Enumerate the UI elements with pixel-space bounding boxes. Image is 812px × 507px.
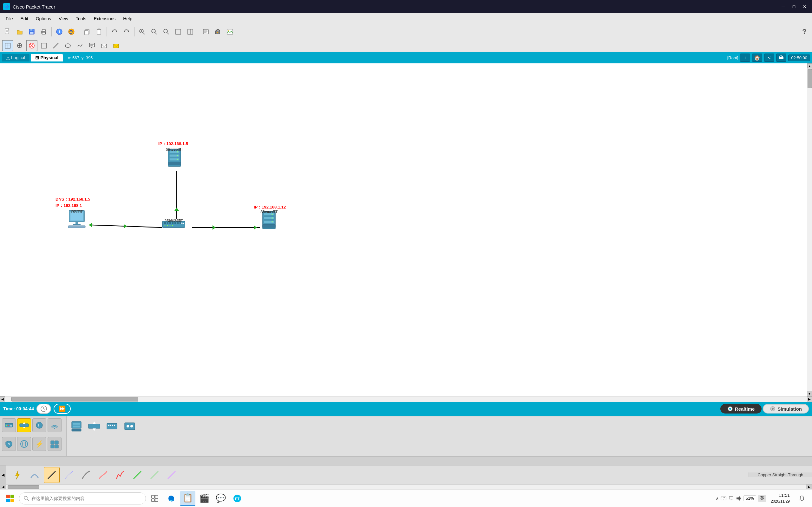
cable-automatic[interactable] [9,467,26,483]
cable-octal[interactable] [164,467,180,483]
cable-fiber[interactable] [78,467,94,483]
scroll-thumb[interactable] [808,69,812,88]
annotation-tool[interactable] [86,40,98,51]
wechat-taskbar[interactable]: 💬 [213,491,229,506]
task-view-button[interactable] [147,491,162,506]
draw-rect-button[interactable] [172,26,184,38]
pc0-device[interactable]: PC-PT PC0 [67,210,87,229]
pdu-list-button[interactable] [200,26,212,38]
draw-fit-button[interactable] [185,26,196,38]
scroll-down-arrow[interactable]: ▼ [807,391,812,396]
activity-wizard-button[interactable]: 🧙 [66,26,77,38]
menu-file[interactable]: File [3,15,16,22]
resize-tool[interactable] [38,40,49,51]
cable-hscroll[interactable]: ◀ ▶ [0,484,812,489]
delete-tool[interactable] [26,40,38,51]
nav-home-button[interactable]: 🏠 [752,54,762,62]
maximize-button[interactable]: □ [790,3,798,10]
open-button[interactable] [14,26,26,38]
mubu-taskbar[interactable]: 📋 [180,491,195,506]
cable-serial-dce[interactable] [130,467,145,483]
cat-wan[interactable] [17,437,31,451]
menu-help[interactable]: Help [120,15,136,22]
menu-options[interactable]: Options [33,15,54,22]
cisco-taskbar[interactable]: PT [230,491,245,506]
menu-view[interactable]: View [55,15,71,22]
save-button[interactable] [26,26,38,38]
simple-pdu-tool[interactable] [98,40,110,51]
device-item-1[interactable] [86,418,102,434]
taskbar-search[interactable] [19,493,146,504]
copy-button[interactable] [81,26,93,38]
cable-scroll-left[interactable]: ◀ [0,465,6,485]
zoom-in-button[interactable] [136,26,148,38]
minimize-button[interactable]: ─ [779,3,787,10]
cat-multiuser[interactable] [48,437,61,451]
hscroll-thumb[interactable] [11,397,138,401]
freehand-tool[interactable] [74,40,86,51]
help-button[interactable]: ? [799,26,810,38]
tab-physical[interactable]: ⊞ Physical [31,54,63,61]
horizontal-scrollbar[interactable]: ◀ ▶ [0,396,812,402]
vertical-scrollbar[interactable]: ▲ ▼ [807,63,812,396]
print-button[interactable] [38,26,49,38]
vpn-button[interactable] [212,26,223,38]
cable-phone[interactable] [95,467,111,483]
menu-edit[interactable]: Edit [17,15,32,22]
info-button[interactable]: i [54,26,65,38]
menu-extensions[interactable]: Extensions [91,15,119,22]
zoom-fit-button[interactable] [148,26,160,38]
paste-button[interactable] [93,26,105,38]
cat-security[interactable]: S [2,437,16,451]
cable-straight-through[interactable] [44,467,60,483]
video-taskbar[interactable]: 🎬 [197,491,212,506]
undo-button[interactable] [109,26,120,38]
cat-routers[interactable]: R [2,418,16,432]
device-item-3[interactable] [122,418,138,434]
cable-serial-dte[interactable] [147,467,162,483]
picture-button[interactable] [224,26,236,38]
select-tool[interactable] [2,40,13,51]
new-button[interactable] [2,26,13,38]
simulation-mode-button[interactable]: Simulation [763,404,809,413]
switch0-device[interactable]: 2960-24TT Sw itch0 [162,219,186,231]
device-item-0[interactable] [68,418,84,434]
tray-chevron[interactable]: ∧ [716,496,719,501]
start-button[interactable] [3,491,18,506]
cable-crossover[interactable] [61,467,77,483]
system-clock[interactable]: 11:51 2020/11/29 [768,493,792,504]
draw-line-tool[interactable] [50,40,61,51]
battery-indicator[interactable]: 51% [744,495,756,501]
close-button[interactable]: ✕ [801,3,809,10]
cat-hubs[interactable]: H [32,418,46,432]
zoom-out-button[interactable] [160,26,172,38]
tab-logical[interactable]: △ Logical [2,54,30,61]
hscroll-right-arrow[interactable]: ▶ [807,396,812,402]
hscroll-left-arrow[interactable]: ◀ [0,396,5,402]
realtime-clock-button[interactable] [37,404,51,414]
nav-back-button[interactable]: + [740,54,750,62]
edge-taskbar[interactable] [164,491,179,506]
nav-up-button[interactable]: 🏔 [776,54,786,62]
cat-wireless[interactable] [48,418,61,432]
nav-forward-button[interactable]: < [764,54,774,62]
cable-hscroll-right[interactable]: ▶ [806,485,812,490]
lang-indicator[interactable]: 英 [758,495,766,502]
cable-coaxial[interactable] [112,467,128,483]
redo-button[interactable] [121,26,132,38]
server0-device[interactable]: Server-PT Server0 [165,147,184,170]
cable-console[interactable] [27,467,43,483]
complex-pdu-tool[interactable] [110,40,122,51]
cat-switches[interactable] [17,418,31,432]
draw-ellipse-tool[interactable] [62,40,73,51]
notification-button[interactable] [794,491,809,506]
cable-hscroll-left[interactable]: ◀ [0,485,6,490]
network-canvas[interactable]: IP：192.168.1.5 DNS：192.168.1.5 IP：192.16… [0,63,807,396]
scroll-up-arrow[interactable]: ▲ [807,63,812,68]
realtime-mode-button[interactable]: Realtime [720,404,762,413]
device-item-2[interactable] [104,418,120,434]
move-tool[interactable] [14,40,26,51]
cat-custom[interactable]: ⚡ [32,437,46,451]
server1-device[interactable]: Server-PT Server1 [259,210,278,232]
fast-forward-button[interactable]: ⏩ [54,404,71,414]
